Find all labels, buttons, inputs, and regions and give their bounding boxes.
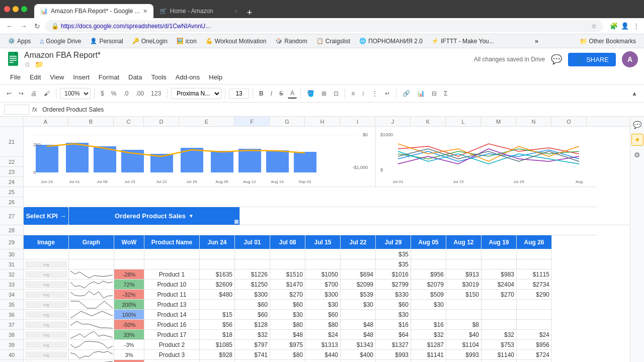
back-button[interactable]: ← [4,21,15,31]
cell-jul08-37[interactable]: $80 [270,320,305,330]
redo-button[interactable]: ↪ [16,89,26,98]
cell-aug12-39[interactable]: $1104 [446,340,481,350]
cell-jul08-36[interactable]: $30 [270,310,305,320]
row-header-34[interactable]: 34 [0,290,23,300]
col-header-o[interactable]: O [551,117,587,126]
percent-button[interactable]: % [109,89,119,98]
cell-jul22-34[interactable]: $539 [341,290,376,300]
cell-jul22-38[interactable]: $48 [341,330,376,340]
header-product[interactable]: Product Name [144,235,200,249]
cell-jul29-35[interactable]: $60 [376,300,411,310]
cell-jun24-33[interactable]: $2609 [200,280,235,290]
menu-edit[interactable]: Edit [26,72,45,82]
cell-jul01-31[interactable] [235,259,270,269]
cell-30-jul22[interactable] [341,249,376,259]
cell-jul01-32[interactable]: $1226 [235,269,270,280]
merge-button[interactable]: ⊡ [331,89,341,98]
cell-image-34[interactable]: img [24,290,69,300]
cell-jul29-39[interactable]: $1327 [376,340,411,350]
cell-jul22-33[interactable]: $2099 [341,280,376,290]
header-aug12[interactable]: Aug 12 [446,235,481,249]
cell-jul29-41[interactable] [376,360,411,362]
text-wrap-button[interactable]: ↵ [382,89,392,98]
side-comments-icon[interactable]: 💬 [631,119,643,131]
menu-data[interactable]: Data [124,72,146,82]
maximize-button[interactable] [21,6,27,12]
cell-ref-input[interactable] [4,105,29,115]
cell-aug26-39[interactable]: $956 [517,340,552,350]
cell-30-jun24[interactable] [200,249,235,259]
cell-aug12-33[interactable]: $3019 [446,280,481,290]
currency-button[interactable]: $ [98,89,107,98]
cell-aug12-31[interactable] [446,259,481,269]
cell-30-aug19[interactable] [481,249,517,259]
cell-jul01-36[interactable]: $60 [235,310,270,320]
tab-spreadsheet[interactable]: 📊 Amazon FBA Report* - Google ... ✕ [34,4,153,18]
side-settings-icon[interactable]: ⚙ [631,149,643,161]
cell-aug05-32[interactable]: $956 [411,269,446,280]
bar-chart-cell[interactable]: $0 -$1,000 [24,127,376,187]
menu-view[interactable]: View [46,72,68,82]
cell-image-38[interactable]: img [24,330,69,340]
header-jul29[interactable]: Jul 29 [376,235,411,249]
cell-jul29-36[interactable]: $30 [376,310,411,320]
header-aug19[interactable]: Aug 19 [481,235,517,249]
borders-button[interactable]: ⊞ [319,89,329,98]
row-header-21[interactable]: 21 [0,127,23,157]
new-tab-button[interactable]: + [244,8,256,18]
bold-button[interactable]: B [257,89,266,98]
italic-button[interactable]: I [268,89,275,98]
cell-aug12-37[interactable]: $8 [446,320,481,330]
cell-jul08-35[interactable]: $60 [270,300,305,310]
cell-aug19-36[interactable] [481,310,517,320]
cell-jul01-41[interactable]: $3440 [235,360,270,362]
zoom-select[interactable]: 100% [60,88,91,99]
cell-graph-36[interactable] [69,310,114,320]
cell-graph-33[interactable] [69,280,114,290]
line-chart-cell[interactable]: $1000 $ [376,127,597,187]
cell-graph-31[interactable] [69,259,114,269]
cell-30-jul08[interactable] [270,249,305,259]
reload-button[interactable]: ↻ [32,21,42,31]
row-header-24[interactable]: 24 [0,177,23,187]
cell-aug19-37[interactable] [481,320,517,330]
header-jul08[interactable]: Jul 08 [270,235,305,249]
col-header-g[interactable]: G [270,117,305,126]
kpi-dropdown-button[interactable]: Ordered Product Sales ▼ [69,207,240,225]
bookmark-personal[interactable]: 👤 Personal [86,37,127,46]
row-header-37[interactable]: 37 [0,320,23,330]
cell-wow-39[interactable]: -3% [114,340,144,350]
header-aug05[interactable]: Aug 05 [411,235,446,249]
cell-aug12-32[interactable]: $913 [446,269,481,280]
cell-jul01-34[interactable]: $300 [235,290,270,300]
cell-graph-39[interactable] [69,340,114,350]
cell-aug12-41[interactable] [446,360,481,362]
cell-jul01-38[interactable]: $32 [235,330,270,340]
user-avatar[interactable]: A [622,51,638,67]
cell-jul22-32[interactable]: $694 [341,269,376,280]
row-header-31[interactable]: 31 [0,259,23,269]
cell-product-32[interactable]: Product 1 [144,269,200,280]
paint-format-button[interactable]: 🖌 [41,89,52,98]
cell-jul01-37[interactable]: $128 [235,320,270,330]
cell-jul29-33[interactable]: $2799 [376,280,411,290]
align-left-button[interactable]: ≡ [349,89,357,98]
strikethrough-button[interactable]: S̶ [277,89,286,98]
undo-button[interactable]: ↩ [4,89,14,98]
cell-product-31[interactable] [144,259,200,269]
cell-jul15-40[interactable]: $440 [305,350,341,360]
cell-wow-35[interactable]: 200% [114,300,144,310]
row-header-39[interactable]: 39 [0,340,23,350]
cell-aug05-37[interactable]: $16 [411,320,446,330]
cell-jul15-37[interactable]: $80 [305,320,341,330]
cell-aug05-40[interactable]: $1141 [411,350,446,360]
cell-aug05-39[interactable]: $1287 [411,340,446,350]
cell-jul15-38[interactable]: $24 [305,330,341,340]
cell-product-38[interactable]: Product 17 [144,330,200,340]
tab-close-spreadsheet[interactable]: ✕ [143,8,147,15]
cell-wow-33[interactable]: 72% [114,280,144,290]
cell-jul15-34[interactable]: $300 [305,290,341,300]
comments-icon[interactable]: 💬 [551,54,562,65]
cell-product-41[interactable]: Product 4 [144,360,200,362]
bookmark-icon[interactable]: 🖼️ icon [173,37,201,46]
